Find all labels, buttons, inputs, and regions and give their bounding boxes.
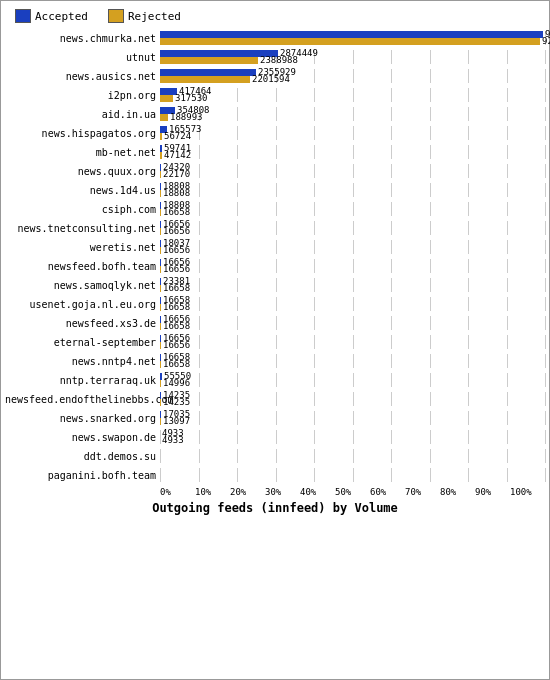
table-row: news.tnetconsulting.net1665616656: [5, 219, 545, 237]
bar-label: news.samoqlyk.net: [5, 280, 160, 291]
rejected-legend-box: [108, 9, 124, 23]
rejected-value: 14996: [163, 380, 190, 387]
bar-label: news.ausics.net: [5, 71, 160, 82]
accepted-bar: 16658: [160, 354, 161, 361]
rejected-value: 14235: [163, 399, 190, 406]
rejected-bar: 13097: [160, 418, 161, 425]
bar-label: news.nntp4.net: [5, 356, 160, 367]
accepted-bar: 14235: [160, 392, 161, 399]
table-row: newsfeed.endofthelinebbs.com1423514235: [5, 390, 545, 408]
table-row: news.samoqlyk.net2338116658: [5, 276, 545, 294]
table-row: news.hispagatos.org16557356724: [5, 124, 545, 142]
x-axis-label: 50%: [335, 487, 370, 497]
accepted-bar: 16656: [160, 335, 161, 342]
rejected-bar: 317530: [160, 95, 173, 102]
rejected-bar: 188993: [160, 114, 168, 121]
rejected-bar: 16656: [160, 228, 161, 235]
rejected-value: 2201594: [252, 76, 290, 83]
rejected-bar: 16656: [160, 266, 161, 273]
chart-area: news.chmurka.net93515709283036utnut28744…: [5, 29, 545, 485]
x-axis-label: 80%: [440, 487, 475, 497]
bar-label: utnut: [5, 52, 160, 63]
rejected-value: 16658: [163, 304, 190, 311]
table-row: newsfeed.bofh.team1665616656: [5, 257, 545, 275]
accepted-bar: 18808: [160, 183, 161, 190]
table-row: news.chmurka.net93515709283036: [5, 29, 545, 47]
rejected-bar: 14996: [160, 380, 161, 387]
accepted-bar: 23381: [160, 278, 161, 285]
rejected-bar: 9283036: [160, 38, 540, 45]
rejected-legend-item: Rejected: [108, 9, 181, 23]
rejected-bar: 16656: [160, 342, 161, 349]
accepted-bar: 55550: [160, 373, 162, 380]
rejected-value: 56724: [164, 133, 191, 140]
accepted-legend-box: [15, 9, 31, 23]
bar-label: news.quux.org: [5, 166, 160, 177]
bar-label: news.chmurka.net: [5, 33, 160, 44]
rejected-bar: 16658: [160, 209, 161, 216]
rejected-bar: 2388988: [160, 57, 258, 64]
table-row: paganini.bofh.team: [5, 466, 545, 484]
rejected-bar: 16658: [160, 323, 161, 330]
rejected-value: 16658: [163, 285, 190, 292]
bar-label: newsfeed.bofh.team: [5, 261, 160, 272]
x-axis-label: 0%: [160, 487, 195, 497]
table-row: usenet.goja.nl.eu.org1665816658: [5, 295, 545, 313]
rejected-bar: 22170: [160, 171, 161, 178]
rejected-value: 317530: [175, 95, 208, 102]
bar-label: news.hispagatos.org: [5, 128, 160, 139]
bar-label: i2pn.org: [5, 90, 160, 101]
x-axis-label: 10%: [195, 487, 230, 497]
bar-label: csiph.com: [5, 204, 160, 215]
rejected-bar: 16658: [160, 285, 161, 292]
accepted-bar: 16656: [160, 221, 161, 228]
rejected-bar: 18808: [160, 190, 161, 197]
table-row: aid.in.ua354808188993: [5, 105, 545, 123]
rejected-bar: 14235: [160, 399, 161, 406]
x-axis-label: 30%: [265, 487, 300, 497]
rejected-bar: 56724: [160, 133, 162, 140]
table-row: news.1d4.us1880818808: [5, 181, 545, 199]
bar-label: eternal-september: [5, 337, 160, 348]
table-row: news.ausics.net23559292201594: [5, 67, 545, 85]
rejected-value: 16656: [163, 266, 190, 273]
table-row: news.snarked.org1703513097: [5, 409, 545, 427]
rejected-value: 16656: [163, 228, 190, 235]
rejected-value: 16658: [163, 209, 190, 216]
rejected-bar: 16656: [160, 247, 161, 254]
bar-label: weretis.net: [5, 242, 160, 253]
rejected-bar: 47142: [160, 152, 162, 159]
rejected-bar: 2201594: [160, 76, 250, 83]
accepted-bar: 9351570: [160, 31, 543, 38]
accepted-bar: 18037: [160, 240, 161, 247]
x-axis-label: 40%: [300, 487, 335, 497]
table-row: nntp.terraraq.uk5555014996: [5, 371, 545, 389]
rejected-value: 4933: [162, 437, 184, 444]
accepted-legend-item: Accepted: [15, 9, 88, 23]
table-row: weretis.net1803716656: [5, 238, 545, 256]
accepted-bar: 17035: [160, 411, 161, 418]
table-row: eternal-september1665616656: [5, 333, 545, 351]
rejected-value: 13097: [163, 418, 190, 425]
bar-label: usenet.goja.nl.eu.org: [5, 299, 160, 310]
table-row: csiph.com1880816658: [5, 200, 545, 218]
accepted-bar: 16656: [160, 259, 161, 266]
table-row: news.quux.org2432022170: [5, 162, 545, 180]
legend: Accepted Rejected: [15, 9, 545, 23]
bar-label: news.swapon.de: [5, 432, 160, 443]
bar-label: nntp.terraraq.uk: [5, 375, 160, 386]
bar-label: aid.in.ua: [5, 109, 160, 120]
accepted-bar: 59741: [160, 145, 162, 152]
rejected-value: 9283036: [542, 38, 550, 45]
rejected-value: 16658: [163, 323, 190, 330]
rejected-legend-label: Rejected: [128, 10, 181, 23]
bar-label: ddt.demos.su: [5, 451, 160, 462]
bar-label: paganini.bofh.team: [5, 470, 160, 481]
x-axis-label: 70%: [405, 487, 440, 497]
x-axis-label: 90%: [475, 487, 510, 497]
x-axis-labels: 0%10%20%30%40%50%60%70%80%90%100%: [160, 487, 545, 497]
rejected-value: 16656: [163, 342, 190, 349]
x-axis-label: 60%: [370, 487, 405, 497]
table-row: mb-net.net5974147142: [5, 143, 545, 161]
rejected-bar: 16658: [160, 361, 161, 368]
